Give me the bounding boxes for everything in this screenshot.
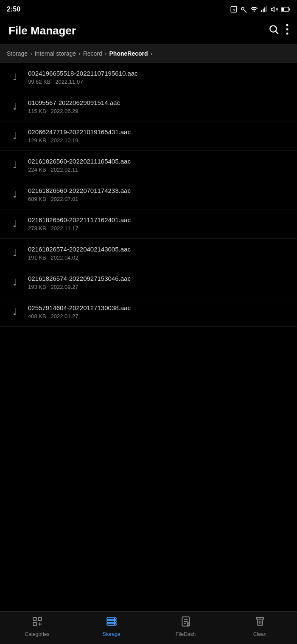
music-icon — [8, 130, 21, 141]
music-icon — [8, 306, 21, 317]
status-bar: 2:50 N — [0, 0, 297, 19]
svg-rect-20 — [38, 617, 42, 621]
nav-storage[interactable]: Storage — [97, 616, 126, 637]
svg-rect-19 — [33, 617, 36, 621]
header-actions — [268, 24, 289, 37]
file-name: 02161826574-20220927153046.aac — [28, 275, 289, 282]
breadcrumb: Storage › Internal storage › Record › Ph… — [0, 44, 297, 63]
file-name: 02161826560-20220211165405.aac — [28, 158, 289, 165]
file-item[interactable]: 0024196655518-20221107195610.aac 99.62 K… — [0, 63, 297, 92]
file-list: 0024196655518-20221107195610.aac 99.62 K… — [0, 63, 297, 327]
nav-categories-label: Categories — [25, 631, 49, 637]
storage-icon — [106, 616, 117, 630]
breadcrumb-internal-storage[interactable]: Internal storage — [35, 50, 76, 57]
svg-point-17 — [286, 28, 289, 31]
svg-rect-13 — [281, 8, 284, 11]
music-icon — [8, 101, 21, 112]
battery-icon — [281, 6, 290, 12]
file-item[interactable]: 02161826574-20220402143005.aac 191 KB 20… — [0, 239, 297, 268]
file-item[interactable]: 02161826560-20220211165405.aac 224 KB 20… — [0, 151, 297, 180]
breadcrumb-storage[interactable]: Storage — [7, 50, 28, 57]
categories-icon — [32, 616, 43, 630]
app-title: File Manager — [8, 24, 76, 37]
file-info: 01095567-20220629091514.aac 115 KB 2022.… — [28, 99, 289, 114]
svg-rect-21 — [33, 622, 36, 626]
breadcrumb-sep-3: › — [105, 50, 107, 57]
svg-point-14 — [270, 25, 276, 32]
file-name: 02161826560-20220701174233.aac — [28, 187, 289, 194]
svg-rect-29 — [256, 617, 263, 619]
file-meta: 129 KB 2022.10.19 — [28, 137, 289, 144]
file-name: 02161826560-20221117162401.aac — [28, 216, 289, 223]
nav-filedash-label: FileDash — [176, 631, 196, 637]
breadcrumb-sep-1: › — [30, 50, 32, 57]
file-info: 02161826560-20221117162401.aac 273 KB 20… — [28, 216, 289, 232]
svg-line-3 — [244, 10, 247, 13]
file-info: 02161826560-20220211165405.aac 224 KB 20… — [28, 158, 289, 173]
svg-rect-8 — [266, 6, 267, 12]
svg-point-16 — [286, 24, 289, 26]
breadcrumb-sep-4: › — [151, 50, 153, 57]
file-info: 02161826560-20220701174233.aac 689 KB 20… — [28, 187, 289, 202]
status-time: 2:50 — [7, 6, 20, 13]
nav-categories[interactable]: Categories — [22, 616, 52, 637]
music-icon — [8, 160, 21, 171]
file-name: 02557914604-20220127130038.aac — [28, 304, 289, 311]
file-item[interactable]: 02161826574-20220927153046.aac 193 KB 20… — [0, 268, 297, 297]
wifi-icon — [250, 6, 258, 13]
file-item[interactable]: 01095567-20220629091514.aac 115 KB 2022.… — [0, 92, 297, 121]
file-info: 02066247719-20221019165431.aac 129 KB 20… — [28, 128, 289, 144]
file-item[interactable]: 02161826560-20221117162401.aac 273 KB 20… — [0, 209, 297, 239]
svg-point-18 — [286, 33, 289, 35]
music-icon — [8, 248, 21, 259]
svg-text:N: N — [233, 8, 235, 12]
file-name: 0024196655518-20221107195610.aac — [28, 70, 289, 77]
bottom-nav: Categories Storage FileD — [0, 611, 297, 644]
music-icon — [8, 189, 21, 200]
file-meta: 99.62 KB 2022.11.07 — [28, 79, 289, 85]
music-icon — [8, 218, 21, 229]
status-icons: N — [230, 6, 290, 13]
app-header: File Manager — [0, 19, 297, 44]
file-meta: 408 KB 2022.01.27 — [28, 313, 289, 319]
nav-filedash[interactable]: FileDash — [171, 616, 201, 637]
svg-rect-12 — [289, 8, 290, 10]
mute-icon — [271, 6, 278, 13]
file-item[interactable]: 02161826560-20220701174233.aac 689 KB 20… — [0, 180, 297, 209]
file-meta: 273 KB 2022.11.17 — [28, 225, 289, 232]
breadcrumb-record[interactable]: Record — [83, 50, 102, 57]
svg-line-4 — [245, 11, 246, 12]
file-name: 02161826574-20220402143005.aac — [28, 246, 289, 253]
file-info: 02557914604-20220127130038.aac 408 KB 20… — [28, 304, 289, 319]
file-name: 02066247719-20221019165431.aac — [28, 128, 289, 136]
file-info: 02161826574-20220927153046.aac 193 KB 20… — [28, 275, 289, 290]
search-button[interactable] — [268, 24, 279, 37]
nav-clean[interactable]: Clean — [245, 616, 275, 637]
breadcrumb-sep-2: › — [78, 50, 81, 57]
file-meta: 224 KB 2022.02.11 — [28, 167, 289, 173]
breadcrumb-phonerecord[interactable]: PhoneRecord — [109, 50, 148, 57]
nav-clean-label: Clean — [253, 631, 266, 637]
clean-icon — [255, 616, 266, 630]
more-options-button[interactable] — [286, 24, 289, 37]
file-item[interactable]: 02557914604-20220127130038.aac 408 KB 20… — [0, 297, 297, 327]
filedash-icon — [180, 616, 191, 630]
svg-line-15 — [276, 31, 278, 34]
file-meta: 115 KB 2022.06.29 — [28, 108, 289, 114]
file-meta: 193 KB 2022.09.27 — [28, 284, 289, 290]
file-info: 02161826574-20220402143005.aac 191 KB 20… — [28, 246, 289, 261]
nav-storage-label: Storage — [102, 631, 120, 637]
file-name: 01095567-20220629091514.aac — [28, 99, 289, 106]
file-meta: 191 KB 2022.04.02 — [28, 254, 289, 261]
signal-icon — [261, 6, 268, 13]
key-icon — [240, 6, 248, 13]
svg-rect-6 — [263, 9, 263, 12]
svg-rect-7 — [264, 8, 265, 12]
music-icon — [8, 277, 21, 288]
file-item[interactable]: 02066247719-20221019165431.aac 129 KB 20… — [0, 121, 297, 151]
file-meta: 689 KB 2022.07.01 — [28, 196, 289, 202]
nfc-icon: N — [230, 6, 238, 13]
music-icon — [8, 72, 21, 83]
svg-point-2 — [241, 8, 244, 10]
file-info: 0024196655518-20221107195610.aac 99.62 K… — [28, 70, 289, 85]
